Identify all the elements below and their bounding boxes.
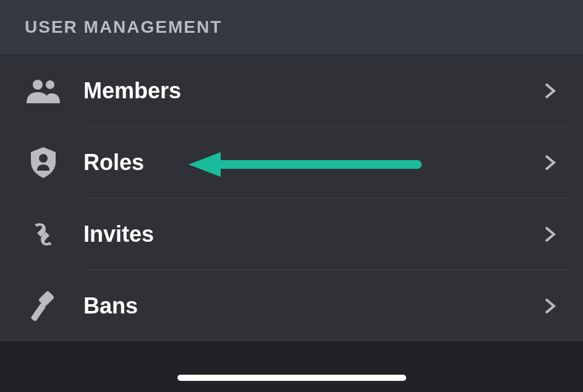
section-title: USER MANAGEMENT bbox=[25, 17, 558, 37]
svg-point-0 bbox=[33, 80, 43, 90]
chevron-right-icon bbox=[541, 226, 558, 243]
members-icon bbox=[25, 74, 62, 108]
list-item-bans[interactable]: Bans bbox=[0, 270, 583, 342]
home-indicator bbox=[177, 375, 406, 381]
list-item-label: Roles bbox=[83, 150, 541, 176]
list-item-label: Bans bbox=[83, 293, 541, 319]
invites-icon bbox=[25, 217, 62, 252]
list-item-label: Invites bbox=[83, 221, 541, 247]
list-item-label: Members bbox=[83, 78, 541, 104]
svg-point-2 bbox=[39, 154, 48, 163]
chevron-right-icon bbox=[541, 154, 558, 171]
bans-icon bbox=[25, 289, 62, 323]
section-header: USER MANAGEMENT bbox=[0, 0, 583, 55]
user-management-list: Members Roles Invit bbox=[0, 55, 583, 342]
roles-icon bbox=[25, 145, 62, 180]
list-item-roles[interactable]: Roles bbox=[0, 127, 583, 198]
svg-point-1 bbox=[46, 80, 54, 89]
chevron-right-icon bbox=[541, 297, 558, 315]
list-item-members[interactable]: Members bbox=[0, 55, 583, 127]
chevron-right-icon bbox=[541, 82, 558, 100]
bottom-bar bbox=[0, 341, 583, 392]
svg-rect-4 bbox=[30, 303, 46, 322]
list-item-invites[interactable]: Invites bbox=[0, 198, 583, 270]
